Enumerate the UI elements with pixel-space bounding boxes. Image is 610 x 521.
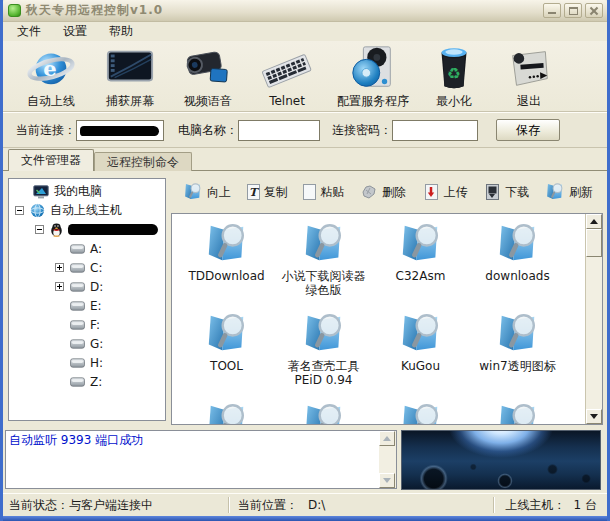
status-hosts-value: 1 台	[574, 497, 597, 514]
password-field[interactable]	[392, 120, 478, 141]
folder-search-icon	[398, 401, 444, 425]
globe-icon	[30, 203, 45, 218]
file-item-partial[interactable]	[178, 394, 275, 425]
toolbar-config-service[interactable]: 配置服务程序	[327, 42, 419, 108]
status-location-label: 当前位置：	[238, 497, 298, 514]
arrow-up-icon	[383, 436, 391, 441]
main-area: 我的电脑 自动上线主机 A: C:	[3, 171, 607, 428]
file-list-scrollbar[interactable]	[585, 214, 602, 424]
folder-search-icon	[495, 311, 541, 357]
file-item[interactable]: KuGou	[372, 304, 469, 394]
redacted-host-address	[68, 224, 158, 235]
folder-search-icon	[204, 401, 250, 425]
toolbar-capture-screen[interactable]: 捕获屏幕	[91, 42, 169, 108]
file-item-partial[interactable]	[469, 394, 566, 425]
toolbar-auto-online[interactable]: e 自动上线	[11, 42, 91, 108]
computer-name-field[interactable]	[238, 120, 320, 141]
menu-settings[interactable]: 设置	[55, 22, 95, 41]
file-item-partial[interactable]	[275, 394, 372, 425]
tree-item-my-computer[interactable]: 我的电脑	[9, 182, 165, 201]
scroll-up-button[interactable]	[586, 214, 602, 229]
copy-button[interactable]: T 复制	[247, 184, 288, 201]
file-item[interactable]: C32Asm	[372, 214, 469, 304]
tree-item-drive-c[interactable]: C:	[9, 258, 165, 277]
ie-globe-icon: e	[26, 42, 76, 94]
paste-button[interactable]: 粘贴	[303, 184, 344, 201]
toolbar-label: 最小化	[436, 94, 472, 108]
menu-file[interactable]: 文件	[9, 22, 49, 41]
keyboard-icon	[262, 42, 312, 94]
tree-item-host[interactable]	[9, 220, 165, 239]
tree-item-drive-z[interactable]: Z:	[9, 372, 165, 391]
tree-item-drive-d[interactable]: D:	[9, 277, 165, 296]
toolbar-exit[interactable]: 退出	[489, 42, 569, 108]
toolbar-label: 自动上线	[27, 94, 75, 108]
upload-button[interactable]: 上传	[422, 183, 468, 201]
tree-item-drive-e[interactable]: E:	[9, 296, 165, 315]
folder-up-icon	[183, 182, 203, 202]
expand-icon[interactable]	[55, 263, 64, 272]
tab-remote-commands[interactable]: 远程控制命令	[94, 152, 192, 171]
file-item[interactable]: 著名查壳工具PEiD 0.94	[275, 304, 372, 394]
toolbar-video-voice[interactable]: 视频语音	[169, 42, 247, 108]
tree-item-drive-f[interactable]: F:	[9, 315, 165, 334]
current-connection-field[interactable]	[76, 120, 164, 141]
scroll-down-button[interactable]	[379, 473, 395, 488]
folder-search-icon	[398, 311, 444, 357]
app-icon	[8, 4, 21, 17]
menu-help[interactable]: 帮助	[101, 22, 141, 41]
toolbar-minimize[interactable]: ♻ 最小化	[419, 42, 489, 108]
tab-file-manager[interactable]: 文件管理器	[8, 149, 94, 171]
redacted-text	[80, 126, 159, 136]
refresh-icon	[545, 182, 565, 202]
scroll-up-button[interactable]	[379, 431, 395, 446]
window-bottom-border	[3, 516, 607, 521]
tree-item-auto-online-hosts[interactable]: 自动上线主机	[9, 201, 165, 220]
folder-search-icon	[204, 311, 250, 357]
file-item[interactable]: win7透明图标	[469, 304, 566, 394]
status-state-value: 与客户端连接中	[69, 497, 153, 514]
file-grid: TDDownload 小说下载阅读器绿色版 C32Asm downloads T…	[178, 214, 574, 425]
password-label: 连接密码：	[332, 122, 392, 139]
file-item[interactable]: TDDownload	[178, 214, 275, 304]
toolbar-label: 配置服务程序	[337, 94, 409, 108]
file-item[interactable]: downloads	[469, 214, 566, 304]
file-item-partial[interactable]	[372, 394, 469, 425]
expand-icon[interactable]	[55, 282, 64, 291]
save-button[interactable]: 保存	[496, 119, 560, 141]
minimize-button[interactable]	[543, 3, 561, 18]
close-button[interactable]	[585, 3, 603, 18]
screen-capture-icon	[105, 42, 155, 94]
refresh-button[interactable]: 刷新	[545, 182, 593, 202]
tab-bar: 文件管理器 远程控制命令	[3, 148, 607, 171]
collapse-icon[interactable]	[35, 225, 44, 234]
delete-button[interactable]: 删除	[360, 183, 406, 201]
password-input[interactable]	[393, 121, 477, 140]
download-icon	[483, 183, 501, 201]
scroll-thumb[interactable]	[586, 229, 602, 257]
computer-name-input[interactable]	[239, 121, 319, 140]
log-box[interactable]: 自动监听 9393 端口成功	[5, 430, 397, 489]
collapse-icon[interactable]	[15, 206, 24, 215]
download-button[interactable]: 下载	[483, 183, 529, 201]
up-button[interactable]: 向上	[183, 182, 231, 202]
tree-item-drive-h[interactable]: H:	[9, 353, 165, 372]
file-item[interactable]: TOOL	[178, 304, 275, 394]
log-scrollbar[interactable]	[379, 431, 396, 488]
file-item[interactable]: 小说下载阅读器绿色版	[275, 214, 372, 304]
menubar: 文件 设置 帮助	[3, 22, 607, 41]
drive-icon	[70, 377, 85, 387]
current-connection-label: 当前连接：	[16, 122, 76, 139]
scroll-down-button[interactable]	[586, 409, 602, 424]
drive-icon	[70, 301, 85, 311]
toolbar-telnet[interactable]: Telnet	[247, 42, 327, 108]
tree-item-drive-a[interactable]: A:	[9, 239, 165, 258]
maximize-button[interactable]	[564, 3, 582, 18]
toolbar-label: Telnet	[269, 94, 305, 108]
status-hosts: 上线主机：1 台	[495, 497, 607, 514]
drive-icon	[70, 358, 85, 368]
tree-item-drive-g[interactable]: G:	[9, 334, 165, 353]
toolbar-label: 视频语音	[184, 94, 232, 108]
file-list: TDDownload 小说下载阅读器绿色版 C32Asm downloads T…	[171, 213, 603, 425]
arrow-down-icon	[383, 478, 391, 483]
